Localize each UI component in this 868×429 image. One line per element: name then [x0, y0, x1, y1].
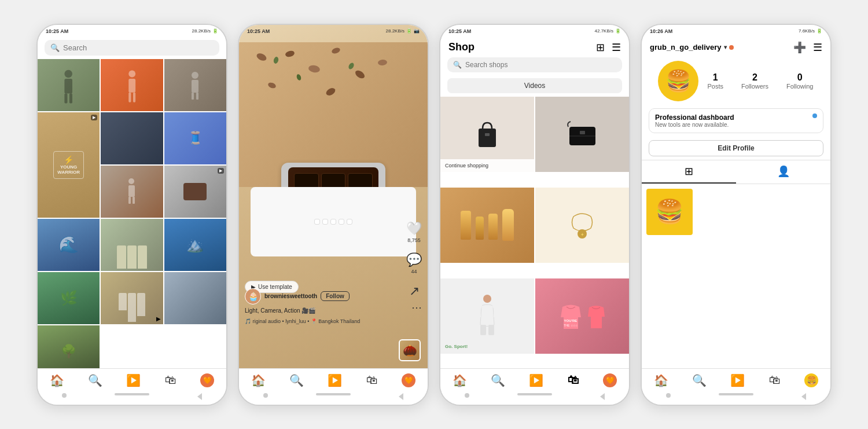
- tab-tagged[interactable]: 👤: [736, 160, 830, 184]
- reel-audio: 🎵 riginal audio • lynhi_luu • 📍 Bangkok …: [245, 315, 396, 325]
- phone-shop: 10:25 AM 42.7KB/s 🔋 Shop ⊞ ☰ 🔍 Videos: [439, 24, 630, 406]
- grid-item-6[interactable]: 🧵: [164, 112, 226, 164]
- shop-menu-icon[interactable]: ☰: [612, 41, 621, 54]
- nav-reels-1[interactable]: ▶️: [126, 373, 141, 387]
- phone-profile: 10:26 AM 7.6KB/s 🔋 grub_n_go_delivery ▾ …: [641, 24, 832, 406]
- gesture-line-1: [115, 393, 149, 395]
- video-thumbnail: 🌰: [399, 339, 421, 361]
- nav-avatar-2[interactable]: 🧡: [402, 373, 415, 387]
- grid-item-4[interactable]: ⚡ YOUNG WARRIOR ▶: [38, 112, 100, 218]
- profile-avatar[interactable]: 🍔: [658, 61, 698, 101]
- edit-profile-button[interactable]: Edit Profile: [649, 140, 823, 156]
- bottom-gesture-1: [38, 390, 226, 405]
- grid-item-11[interactable]: 🏔️: [164, 219, 226, 271]
- nav-avatar-1[interactable]: 🧡: [200, 373, 214, 387]
- profile-post-1[interactable]: 🍔: [646, 189, 693, 235]
- shop-item-bag2[interactable]: [535, 97, 629, 172]
- nav-home-1[interactable]: 🏠: [50, 373, 64, 387]
- profile-header: grub_n_go_delivery ▾ ➕ ☰: [642, 36, 830, 57]
- shop-item-bag1[interactable]: Continue shopping: [440, 97, 534, 172]
- nav-search-1[interactable]: 🔍: [88, 373, 102, 387]
- svg-rect-3: [69, 93, 72, 103]
- shop-search-bar[interactable]: 🔍: [447, 57, 622, 72]
- shop-item-hoodies[interactable]: YOU'RE THE ☆☆☆: [535, 278, 629, 354]
- nav-reels-3[interactable]: ▶️: [529, 373, 543, 387]
- add-post-icon[interactable]: ➕: [793, 41, 806, 54]
- nav-avatar-4[interactable]: 🍔: [804, 373, 818, 387]
- more-icon: ⋯: [411, 302, 422, 313]
- explore-search-bar[interactable]: 🔍: [45, 40, 219, 56]
- svg-rect-10: [192, 93, 194, 100]
- shop-search-input[interactable]: [465, 61, 616, 69]
- continue-shopping-label[interactable]: Continue shopping: [440, 159, 534, 172]
- phone-explore: 10:25 AM 28.2KB/s 🔋 🔍: [36, 24, 227, 406]
- videos-tab[interactable]: Videos: [447, 78, 622, 93]
- nav-shop-1[interactable]: 🛍: [165, 373, 176, 387]
- search-icon-shop: 🔍: [453, 61, 462, 69]
- gesture-tri-4: [801, 393, 806, 400]
- nav-shop-3[interactable]: 🛍: [568, 373, 579, 387]
- status-icons-3: 42.7KB/s 🔋: [595, 28, 621, 34]
- gesture-dot-2: [263, 393, 268, 398]
- grid-item-10[interactable]: [101, 219, 163, 271]
- nav-search-3[interactable]: 🔍: [491, 373, 505, 387]
- grid-item-7[interactable]: [101, 166, 163, 218]
- nav-home-4[interactable]: 🏠: [654, 373, 668, 387]
- tab-grid[interactable]: ⊞: [642, 160, 736, 184]
- reels-like[interactable]: 🤍 8,755: [406, 221, 422, 243]
- bottom-gesture-3: [440, 390, 629, 405]
- grid-item-14[interactable]: [164, 272, 226, 324]
- svg-rect-25: [488, 325, 494, 335]
- svg-rect-24: [480, 325, 486, 335]
- grid-item-13[interactable]: ▶: [101, 272, 163, 324]
- grid-item-9[interactable]: 🌊: [38, 219, 100, 271]
- comments-count: 44: [411, 269, 417, 274]
- follow-button[interactable]: Follow: [321, 291, 350, 301]
- nav-search-2[interactable]: 🔍: [289, 373, 304, 387]
- stat-posts: 1 Posts: [707, 72, 723, 90]
- stat-following[interactable]: 0 Following: [786, 72, 813, 90]
- following-label: Following: [786, 83, 813, 90]
- nav-search-4[interactable]: 🔍: [692, 373, 707, 387]
- stat-followers[interactable]: 2 Followers: [741, 72, 768, 90]
- grid-item-3[interactable]: [164, 59, 226, 111]
- bottom-nav-3: 🏠 🔍 ▶️ 🛍 🧡: [440, 368, 629, 390]
- time-2: 10:25 AM: [247, 28, 270, 34]
- grid-item-8[interactable]: ▶: [164, 166, 226, 218]
- grid-item-5[interactable]: [101, 112, 163, 164]
- gesture-dot-1: [62, 393, 67, 398]
- search-icon-explore: 🔍: [50, 43, 60, 52]
- grid-item-12[interactable]: 🌿: [38, 272, 100, 324]
- shop-item-model[interactable]: Go. Sport!: [440, 278, 534, 354]
- followers-count: 2: [741, 72, 768, 83]
- more-options-button[interactable]: ⋯: [411, 301, 422, 314]
- grid-item-2[interactable]: [101, 59, 163, 111]
- professional-dashboard[interactable]: Professional dashboard New tools are now…: [649, 108, 823, 133]
- nav-avatar-3[interactable]: 🧡: [603, 373, 617, 387]
- grid-item-1[interactable]: [38, 59, 100, 111]
- menu-icon[interactable]: ☰: [813, 41, 822, 54]
- grid-item-15[interactable]: 🌳: [38, 325, 100, 368]
- nav-shop-2[interactable]: 🛍: [366, 373, 378, 387]
- nav-reels-4[interactable]: ▶️: [730, 373, 745, 387]
- explore-search-input[interactable]: [63, 43, 214, 52]
- svg-text:YOU'RE: YOU'RE: [564, 319, 578, 322]
- nav-shop-4[interactable]: 🛍: [769, 373, 781, 387]
- shop-grid-icon[interactable]: ⊞: [596, 41, 605, 54]
- shop-item-beauty[interactable]: [440, 188, 534, 263]
- dashboard-indicator: [812, 113, 817, 118]
- svg-rect-5: [128, 79, 135, 93]
- shop-search-area: 🔍: [440, 57, 629, 76]
- gesture-tri-1: [197, 393, 202, 400]
- nav-reels-2[interactable]: ▶️: [328, 373, 342, 387]
- reel-user-avatar[interactable]: 🧁: [245, 288, 261, 305]
- reel-username[interactable]: browniesweettooth: [264, 293, 317, 299]
- profile-name-row: grub_n_go_delivery ▾: [650, 43, 734, 52]
- shop-item-necklace[interactable]: ✦: [535, 188, 629, 263]
- reels-comment[interactable]: 💬 44: [406, 252, 422, 274]
- online-dot: [729, 45, 734, 50]
- nav-home-2[interactable]: 🏠: [251, 373, 266, 387]
- reels-share[interactable]: ↗: [409, 284, 420, 299]
- status-icons-1: 28.2KB/s 🔋: [192, 28, 218, 34]
- nav-home-3[interactable]: 🏠: [453, 373, 467, 387]
